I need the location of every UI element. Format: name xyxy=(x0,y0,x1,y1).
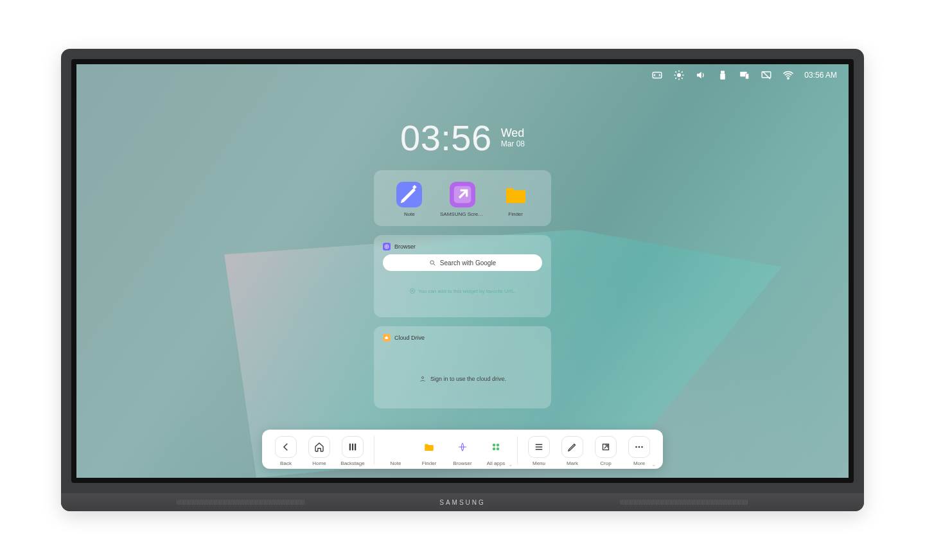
svg-rect-24 xyxy=(355,444,356,451)
dock-separator xyxy=(517,436,518,464)
pen-icon xyxy=(396,182,422,207)
dock-label: Menu xyxy=(533,460,545,466)
device-brand-bar: SAMSUNG xyxy=(61,493,864,511)
browser-hint[interactable]: You can add to this widget by favorite U… xyxy=(383,288,542,294)
dock-note[interactable]: Note xyxy=(381,436,410,466)
cloud-signin-prompt[interactable]: Sign in to use the cloud drive. xyxy=(383,346,542,412)
pencil-icon xyxy=(561,436,583,458)
dock-browser[interactable]: Browser xyxy=(448,436,477,466)
svg-rect-23 xyxy=(352,444,353,451)
brand-label: SAMSUNG xyxy=(439,499,486,506)
dock-menu[interactable]: Menu xyxy=(524,436,554,466)
svg-point-18 xyxy=(430,260,434,264)
svg-point-34 xyxy=(635,446,637,448)
clock-day: Wed xyxy=(501,127,525,140)
svg-point-35 xyxy=(639,446,640,448)
quick-apps-card: NoteSAMSUNG Screen...Finder xyxy=(374,170,551,226)
app-label: Finder xyxy=(508,211,523,217)
home-widgets: 03:56 Wed Mar 08 NoteSAMSUNG Screen...Fi… xyxy=(374,117,551,417)
folder-icon xyxy=(418,436,440,458)
crop-icon xyxy=(595,436,617,458)
dock-label: Note xyxy=(391,460,401,466)
folder-icon xyxy=(503,182,529,207)
app-label: Note xyxy=(404,211,415,217)
svg-point-36 xyxy=(641,446,643,448)
devices-icon[interactable] xyxy=(739,69,750,81)
dock-label: Home xyxy=(312,460,326,466)
brightness-icon[interactable] xyxy=(673,69,685,81)
clock-widget: 03:56 Wed Mar 08 xyxy=(400,117,525,159)
back-button[interactable]: Back xyxy=(271,436,301,466)
chevron-down-icon[interactable]: ⌄ xyxy=(651,461,656,468)
transfer-icon[interactable] xyxy=(651,69,663,81)
dock-label: Backstage xyxy=(340,460,364,466)
screen: 03:56 AM 03:56 Wed Mar 08 NoteSAMSUNG Sc… xyxy=(71,59,854,483)
backstage-icon xyxy=(342,436,364,458)
svg-line-19 xyxy=(434,263,435,265)
quick-app-finder[interactable]: Finder xyxy=(493,182,539,217)
search-placeholder: Search with Google xyxy=(440,259,496,267)
chevron-left-icon xyxy=(275,436,297,458)
dock-more[interactable]: More xyxy=(624,436,654,466)
svg-point-1 xyxy=(677,73,681,77)
dock-label: Mark xyxy=(567,460,578,466)
app-label: SAMSUNG Screen... xyxy=(440,211,485,217)
dock-crop[interactable]: Crop xyxy=(591,436,621,466)
search-input[interactable]: Search with Google xyxy=(383,254,542,271)
search-icon xyxy=(429,259,436,267)
browser-mini-icon xyxy=(383,243,391,250)
svg-point-21 xyxy=(421,377,423,379)
svg-rect-32 xyxy=(536,449,543,450)
status-bar: 03:56 AM xyxy=(651,69,837,81)
home-button[interactable]: Home xyxy=(304,436,334,466)
more-icon xyxy=(628,436,650,458)
dock-label: All apps xyxy=(487,460,505,466)
dock-mark[interactable]: Mark xyxy=(558,436,587,466)
volume-icon[interactable] xyxy=(695,69,707,81)
svg-rect-13 xyxy=(746,74,749,79)
cloud-mini-icon xyxy=(383,334,391,342)
quick-app-note[interactable]: Note xyxy=(386,182,432,217)
svg-line-8 xyxy=(676,78,677,79)
svg-line-9 xyxy=(682,71,683,73)
browser-widget: Browser Search with Google You can add t… xyxy=(374,235,551,317)
quick-app-samsung-screen-[interactable]: SAMSUNG Screen... xyxy=(439,182,486,217)
svg-rect-30 xyxy=(536,444,543,446)
svg-point-27 xyxy=(497,444,500,447)
svg-rect-31 xyxy=(536,446,543,448)
dock: BackHomeBackstage NoteFinderBrowserAll a… xyxy=(262,430,663,469)
dock-label: Finder xyxy=(422,460,437,466)
dock-label: More xyxy=(633,460,645,466)
status-time: 03:56 AM xyxy=(804,71,837,80)
svg-point-26 xyxy=(493,444,496,447)
cast-off-icon[interactable] xyxy=(761,69,772,81)
dock-label: Back xyxy=(280,460,292,466)
browser-widget-title: Browser xyxy=(394,243,416,250)
plus-circle-icon xyxy=(409,288,416,294)
wifi-icon[interactable] xyxy=(782,69,794,81)
clock-date: Mar 08 xyxy=(501,140,525,148)
svg-line-6 xyxy=(676,71,677,73)
backstage-button[interactable]: Backstage xyxy=(338,436,367,466)
cloud-widget-title: Cloud Drive xyxy=(394,335,425,341)
svg-rect-10 xyxy=(721,71,725,74)
dock-all-apps[interactable]: All apps xyxy=(481,436,511,466)
home-icon xyxy=(308,436,330,458)
user-icon xyxy=(419,375,427,383)
usb-icon[interactable] xyxy=(717,69,728,81)
dock-separator xyxy=(374,436,374,464)
menu-icon xyxy=(528,436,550,458)
globe-icon xyxy=(452,436,473,458)
dock-label: Browser xyxy=(453,460,471,466)
dock-label: Crop xyxy=(600,460,611,466)
svg-rect-11 xyxy=(721,74,726,80)
share-icon xyxy=(450,182,475,207)
grid-icon xyxy=(485,436,507,458)
dock-finder[interactable]: Finder xyxy=(414,436,444,466)
pen-icon xyxy=(385,436,407,458)
svg-point-28 xyxy=(493,448,496,451)
svg-line-7 xyxy=(682,78,683,79)
svg-rect-22 xyxy=(349,444,351,451)
chevron-down-icon[interactable]: ⌄ xyxy=(508,461,513,468)
clock-time: 03:56 xyxy=(400,117,492,159)
